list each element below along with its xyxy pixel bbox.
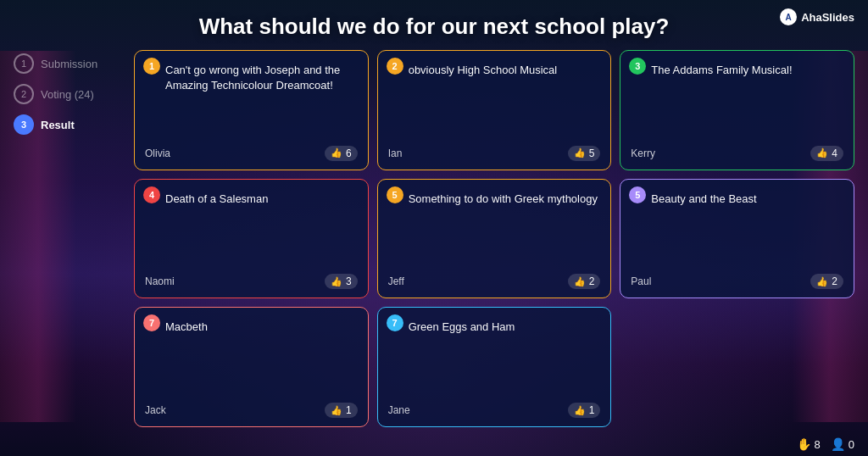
- header: What should we do for our next school pl…: [0, 0, 868, 47]
- card-7-like-count: 1: [346, 404, 352, 416]
- card-7-likes: 👍 1: [325, 403, 358, 418]
- card-7-author: Jack: [145, 404, 166, 416]
- card-5-rank: 5: [387, 186, 403, 203]
- main-content: What should we do for our next school pl…: [0, 0, 868, 456]
- card-3-author: Kerry: [631, 147, 655, 159]
- ahaslides-logo: A AhaSlides: [780, 8, 854, 25]
- card-8-rank: 7: [387, 314, 403, 331]
- logo-icon: A: [780, 8, 797, 25]
- card-4-text: Death of a Salesman: [165, 192, 358, 207]
- card-4-likes: 👍 3: [325, 274, 358, 289]
- step-2-circle: 2: [14, 84, 34, 104]
- card-1-text: Can't go wrong with Joseph and the Amazi…: [165, 63, 358, 93]
- card-8-like-count: 1: [589, 404, 595, 416]
- card-7: 7 Macbeth Jack 👍 1: [134, 307, 369, 427]
- card-5-content: Something to do with Greek mythology: [388, 188, 601, 207]
- card-6-footer: Paul 👍 2: [631, 274, 843, 289]
- viewers-count: 0: [849, 438, 854, 451]
- thumb-icon-6: 👍: [816, 276, 828, 287]
- card-6-content: Beauty and the Beast: [631, 188, 843, 207]
- card-3-likes: 👍 4: [810, 146, 843, 161]
- step-voting-label: Voting (24): [41, 88, 94, 101]
- card-7-content: Macbeth: [145, 316, 358, 335]
- participants-stat: ✋ 8: [797, 437, 821, 451]
- card-6-likes: 👍 2: [810, 274, 843, 289]
- card-5-like-count: 2: [589, 275, 595, 287]
- step-submission[interactable]: 1 Submission: [14, 53, 124, 74]
- card-8-author: Jane: [388, 404, 410, 416]
- footer-bar: ✋ 8 👤 0: [0, 434, 868, 456]
- step-result-label: Result: [41, 119, 75, 131]
- card-4-author: Naomi: [145, 275, 175, 287]
- person-icon: 👤: [831, 437, 845, 451]
- card-2-footer: Ian 👍 5: [388, 146, 601, 161]
- card-3-like-count: 4: [832, 147, 837, 159]
- participants-count: 8: [815, 438, 821, 451]
- card-5-footer: Jeff 👍 2: [388, 274, 601, 289]
- card-1-content: Can't go wrong with Joseph and the Amazi…: [145, 59, 358, 93]
- card-2-content: obviously High School Musical: [388, 59, 601, 78]
- card-1-like-count: 6: [346, 147, 352, 159]
- card-6: 5 Beauty and the Beast Paul 👍 2: [620, 179, 854, 299]
- card-6-author: Paul: [631, 275, 651, 287]
- card-2-likes: 👍 5: [568, 146, 601, 161]
- card-1-footer: Olivia 👍 6: [145, 146, 358, 161]
- card-5-author: Jeff: [388, 275, 404, 287]
- thumb-icon-4: 👍: [331, 276, 342, 287]
- card-5-text: Something to do with Greek mythology: [409, 192, 601, 207]
- card-7-footer: Jack 👍 1: [145, 403, 358, 418]
- card-6-like-count: 2: [832, 275, 837, 287]
- card-4-rank: 4: [143, 186, 160, 203]
- card-2-like-count: 5: [589, 147, 595, 159]
- thumb-icon: 👍: [331, 147, 342, 158]
- step-voting[interactable]: 2 Voting (24): [14, 84, 124, 104]
- card-4: 4 Death of a Salesman Naomi 👍 3: [134, 179, 369, 299]
- card-1: 1 Can't go wrong with Joseph and the Ama…: [134, 50, 369, 170]
- step-1-circle: 1: [14, 53, 34, 74]
- card-5: 5 Something to do with Greek mythology J…: [377, 179, 612, 299]
- card-3-content: The Addams Family Musical!: [631, 59, 843, 78]
- card-8: 7 Green Eggs and Ham Jane 👍 1: [377, 307, 612, 427]
- sidebar: 1 Submission 2 Voting (24) 3 Result: [14, 47, 124, 427]
- card-3-footer: Kerry 👍 4: [631, 146, 843, 161]
- card-1-author: Olivia: [145, 147, 170, 159]
- card-4-content: Death of a Salesman: [145, 188, 358, 207]
- card-8-content: Green Eggs and Ham: [388, 316, 601, 335]
- card-2: 2 obviously High School Musical Ian 👍 5: [377, 50, 612, 170]
- page-title: What should we do for our next school pl…: [199, 14, 670, 40]
- card-2-text: obviously High School Musical: [409, 63, 601, 78]
- card-1-likes: 👍 6: [325, 146, 358, 161]
- card-8-text: Green Eggs and Ham: [409, 320, 601, 335]
- card-6-text: Beauty and the Beast: [651, 192, 843, 207]
- card-7-text: Macbeth: [165, 320, 358, 335]
- card-5-likes: 👍 2: [568, 274, 601, 289]
- card-4-footer: Naomi 👍 3: [145, 274, 358, 289]
- thumb-icon-5: 👍: [574, 276, 586, 287]
- thumb-icon-7: 👍: [331, 405, 342, 416]
- card-3: 3 The Addams Family Musical! Kerry 👍 4: [620, 50, 854, 170]
- step-submission-label: Submission: [41, 58, 97, 70]
- main-area: 1 Submission 2 Voting (24) 3 Result 1 Ca…: [0, 47, 868, 434]
- step-result[interactable]: 3 Result: [14, 114, 124, 135]
- cards-grid: 1 Can't go wrong with Joseph and the Ama…: [134, 47, 854, 427]
- card-6-rank: 5: [629, 186, 646, 203]
- hand-icon: ✋: [797, 437, 811, 451]
- card-3-text: The Addams Family Musical!: [651, 63, 843, 78]
- step-3-circle: 3: [14, 114, 34, 135]
- logo-text: AhaSlides: [801, 11, 854, 24]
- card-1-rank: 1: [143, 58, 160, 75]
- thumb-icon-2: 👍: [574, 147, 586, 158]
- thumb-icon-3: 👍: [816, 147, 828, 158]
- thumb-icon-8: 👍: [574, 405, 586, 416]
- card-2-rank: 2: [387, 58, 403, 75]
- card-4-like-count: 3: [346, 275, 352, 287]
- card-8-likes: 👍 1: [568, 403, 601, 418]
- card-2-author: Ian: [388, 147, 403, 159]
- card-8-footer: Jane 👍 1: [388, 403, 601, 418]
- viewers-stat: 👤 0: [831, 437, 854, 451]
